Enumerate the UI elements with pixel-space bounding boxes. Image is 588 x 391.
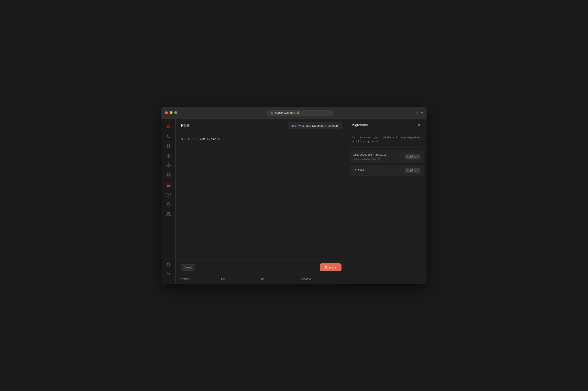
sidebar-item-lightning[interactable] <box>164 151 173 160</box>
page-title: RDS <box>181 123 189 128</box>
svg-rect-9 <box>169 174 170 175</box>
app-container: RDS Jay-my-sst-app-Database / rds:main S… <box>161 118 427 284</box>
new-tab-icon[interactable]: + <box>421 110 423 115</box>
svg-point-15 <box>167 212 169 214</box>
traffic-lights <box>165 111 177 114</box>
sidebar-item-grid[interactable] <box>164 171 173 180</box>
svg-rect-13 <box>166 193 170 194</box>
address-bar: 🖥 console.sst.dev 🔒 ··· <box>188 110 413 116</box>
svg-rect-0 <box>167 125 170 126</box>
browser-actions: ⬆ + <box>415 110 423 115</box>
minimize-traffic-light[interactable] <box>170 111 173 114</box>
col-url: url <box>261 277 302 281</box>
execute-button[interactable]: Execute <box>320 263 341 271</box>
back-icon[interactable]: ‹ <box>184 111 185 114</box>
address-bar-inner[interactable]: 🖥 console.sst.dev 🔒 ··· <box>267 110 333 116</box>
sidebar-item-settings[interactable] <box>164 260 173 269</box>
sidebar <box>161 118 176 284</box>
query-area: SELECT * FROM article <box>176 133 347 261</box>
sidebar-item-logout[interactable] <box>164 270 173 279</box>
migrations-header: Migrations × <box>347 118 427 132</box>
col-created: created <box>301 277 341 281</box>
migrations-panel: Migrations × You can reset your database… <box>347 118 427 284</box>
share-icon[interactable]: ⬆ <box>415 110 418 115</box>
query-input[interactable]: SELECT * FROM article <box>181 138 341 164</box>
lock-icon: 🔒 <box>297 111 300 114</box>
migration-info-0: 1650000012557_article Aug 25, 2022 at 4:… <box>353 153 387 160</box>
svg-rect-2 <box>167 127 170 128</box>
db-selector[interactable]: Jay-my-sst-app-Database / rds:main <box>288 122 341 129</box>
svg-rect-11 <box>167 176 168 177</box>
migration-item-1[interactable]: Initial Applied <box>350 165 424 177</box>
close-migrations-button[interactable]: × <box>416 122 422 128</box>
url-text: console.sst.dev <box>275 111 295 114</box>
table-header: articleID title url created <box>181 274 341 284</box>
sidebar-item-rds[interactable] <box>164 181 173 189</box>
migration-name-0: 1650000012557_article <box>353 153 387 157</box>
migration-name-1: Initial <box>353 169 364 172</box>
main-content: RDS Jay-my-sst-app-Database / rds:main S… <box>176 118 347 284</box>
migrations-title: Migrations <box>351 123 368 127</box>
svg-point-16 <box>168 264 169 265</box>
svg-rect-8 <box>167 174 168 175</box>
svg-marker-5 <box>167 154 170 158</box>
svg-point-12 <box>167 183 170 184</box>
sidebar-item-layers[interactable] <box>164 142 173 150</box>
migration-badge-1: Applied <box>405 168 420 173</box>
address-more-icon[interactable]: ··· <box>327 111 330 114</box>
sidebar-item-terminal[interactable] <box>164 132 173 141</box>
sidebar-toggle-icon[interactable]: ⊟ <box>180 111 183 114</box>
migrations-description: You can reset your database to any migra… <box>347 132 427 148</box>
migrations-list: 1650000012557_article Aug 25, 2022 at 4:… <box>347 148 427 179</box>
main-header: RDS Jay-my-sst-app-Database / rds:main <box>176 118 347 133</box>
browser-titlebar: ⊟ ‹ 🖥 console.sst.dev 🔒 ··· ⬆ + <box>161 107 427 118</box>
migration-info-1: Initial <box>353 169 364 173</box>
migration-item-0[interactable]: 1650000012557_article Aug 25, 2022 at 4:… <box>350 150 424 163</box>
close-traffic-light[interactable] <box>165 111 168 114</box>
sidebar-item-notifications[interactable] <box>164 200 173 209</box>
svg-marker-4 <box>167 144 170 146</box>
svg-rect-10 <box>169 176 170 177</box>
sidebar-item-users[interactable] <box>164 210 173 218</box>
query-toolbar: 0 rows Execute <box>176 261 347 274</box>
sidebar-item-archive[interactable] <box>164 190 173 199</box>
migration-date-0: Aug 25, 2022 at 4:22 PM <box>353 157 387 160</box>
browser-controls: ⊟ ‹ <box>180 111 185 114</box>
browser-logo-icon: 🖥 <box>271 111 273 114</box>
rows-count-badge: 0 rows <box>181 264 195 271</box>
col-articleid: articleID <box>181 277 221 281</box>
browser-window: ⊟ ‹ 🖥 console.sst.dev 🔒 ··· ⬆ + <box>161 107 427 284</box>
sidebar-item-database[interactable] <box>164 122 173 131</box>
sidebar-item-globe[interactable] <box>164 161 173 170</box>
results-table: articleID title url created <box>176 274 347 284</box>
maximize-traffic-light[interactable] <box>174 111 177 114</box>
svg-rect-1 <box>167 126 170 127</box>
col-title: title <box>221 277 261 281</box>
migration-badge-0: Applied <box>405 154 420 159</box>
